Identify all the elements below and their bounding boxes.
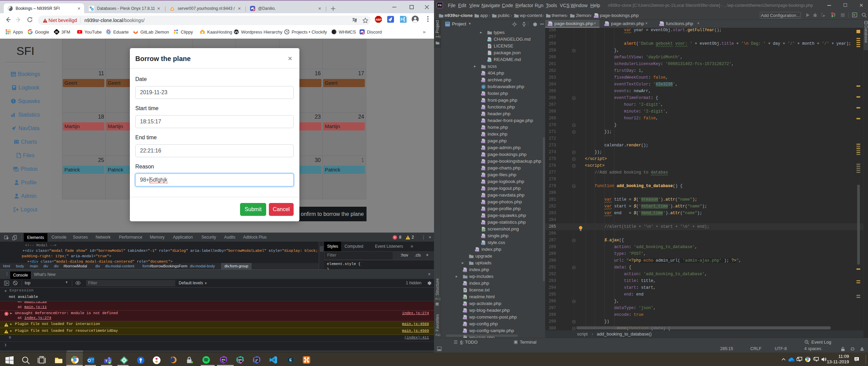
svg-text:IJ: IJ xyxy=(256,359,258,361)
svg-text:DG: DG xyxy=(238,359,242,361)
svg-text:3K: 3K xyxy=(55,31,58,33)
svg-text:T: T xyxy=(105,359,107,363)
svg-text:E: E xyxy=(289,358,292,362)
svg-text:PS: PS xyxy=(222,359,225,361)
